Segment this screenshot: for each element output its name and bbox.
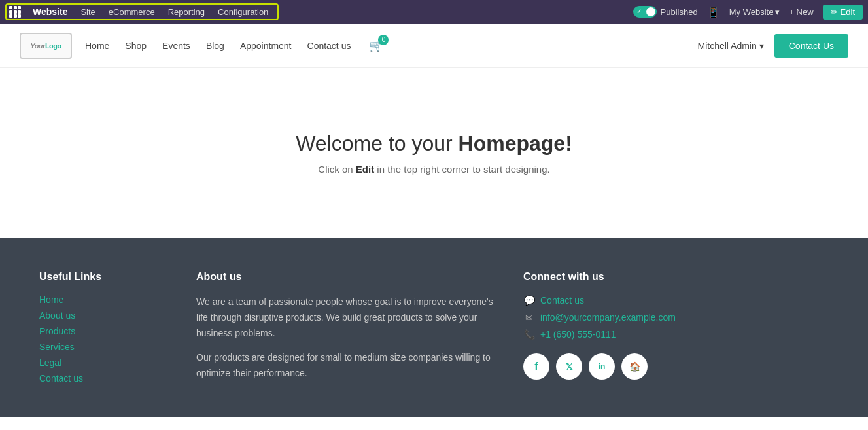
site-navbar: YourLogo Home Shop Events Blog Appointme… — [0, 24, 868, 68]
about-para2: Our products are designed for small to m… — [196, 350, 497, 382]
published-label: Published — [661, 7, 698, 17]
phone-icon: 📞 — [523, 329, 535, 340]
chat-icon: 💬 — [523, 295, 535, 306]
connect-contact-link[interactable]: Contact us — [540, 295, 584, 306]
hero-section: Welcome to your Homepage! Click on Edit … — [0, 68, 868, 238]
new-button[interactable]: + New — [789, 7, 813, 17]
footer: Useful Links Home About us Products Serv… — [0, 238, 868, 417]
footer-link-services[interactable]: Services — [39, 342, 75, 352]
hero-heading: Welcome to your Homepage! — [296, 132, 572, 156]
nav-right: Mitchell Admin ▾ Contact Us — [697, 34, 848, 58]
app-menu-icon[interactable] — [9, 6, 21, 18]
contact-us-button[interactable]: Contact Us — [774, 34, 848, 58]
nav-blog[interactable]: Blog — [206, 41, 224, 51]
list-item: About us — [39, 310, 170, 321]
nav-shop[interactable]: Shop — [125, 41, 147, 51]
admin-bar: Website Site eCommerce Reporting Configu… — [0, 0, 868, 24]
admin-nav-group: Website Site eCommerce Reporting Configu… — [5, 3, 279, 20]
my-website-button[interactable]: My Website ▾ — [729, 7, 780, 17]
social-home-button[interactable]: 🏠 — [621, 353, 648, 380]
edit-button[interactable]: ✏ Edit — [823, 5, 863, 20]
list-item: Legal — [39, 357, 170, 368]
admin-bar-right: ✓ Published 📱 My Website ▾ + New ✏ Edit — [633, 5, 863, 20]
about-heading: About us — [196, 271, 497, 283]
nav-home[interactable]: Home — [85, 41, 109, 51]
footer-link-products[interactable]: Products — [39, 326, 75, 336]
user-name: Mitchell Admin — [697, 41, 756, 51]
admin-nav-website[interactable]: Website — [26, 7, 74, 17]
cart-badge: 0 — [378, 35, 389, 45]
hero-subtext: Click on Edit in the top right corner to… — [318, 164, 549, 175]
connect-contact: 💬 Contact us — [523, 295, 824, 306]
list-item: Products — [39, 326, 170, 336]
connect-email: ✉ info@yourcompany.example.com — [523, 312, 824, 323]
toggle-switch[interactable]: ✓ — [633, 6, 657, 18]
admin-nav-ecommerce[interactable]: eCommerce — [102, 7, 162, 17]
site-logo: YourLogo — [20, 33, 72, 59]
useful-links-heading: Useful Links — [39, 271, 170, 283]
social-linkedin-button[interactable]: in — [589, 353, 615, 380]
footer-grid: Useful Links Home About us Products Serv… — [39, 271, 824, 391]
nav-appointment[interactable]: Appointment — [240, 41, 292, 51]
connect-phone: 📞 +1 (650) 555-0111 — [523, 329, 824, 340]
connect-phone-link[interactable]: +1 (650) 555-0111 — [540, 329, 616, 340]
published-toggle[interactable]: ✓ Published — [633, 6, 698, 18]
about-para1: We are a team of passionate people whose… — [196, 295, 497, 341]
nav-left: YourLogo Home Shop Events Blog Appointme… — [20, 33, 383, 59]
social-icons: f 𝕏 in 🏠 — [523, 353, 824, 380]
list-item: Home — [39, 295, 170, 305]
chevron-down-icon: ▾ — [775, 7, 780, 17]
footer-about: About us We are a team of passionate peo… — [196, 271, 497, 391]
logo-area[interactable]: YourLogo — [20, 33, 72, 59]
list-item: Services — [39, 342, 170, 352]
connect-email-link[interactable]: info@yourcompany.example.com — [540, 312, 676, 323]
admin-nav-configuration[interactable]: Configuration — [211, 7, 275, 17]
nav-events[interactable]: Events — [162, 41, 190, 51]
email-icon: ✉ — [523, 312, 535, 323]
connect-heading: Connect with us — [523, 271, 824, 283]
social-facebook-button[interactable]: f — [523, 353, 549, 380]
footer-links-list: Home About us Products Services Legal Co… — [39, 295, 170, 384]
user-dropdown[interactable]: Mitchell Admin ▾ — [697, 41, 763, 51]
footer-useful-links: Useful Links Home About us Products Serv… — [39, 271, 170, 391]
footer-connect: Connect with us 💬 Contact us ✉ info@your… — [523, 271, 824, 391]
list-item: Contact us — [39, 373, 170, 384]
nav-contact-us[interactable]: Contact us — [307, 41, 351, 51]
mobile-preview-icon[interactable]: 📱 — [707, 6, 720, 18]
admin-nav-site[interactable]: Site — [74, 7, 101, 17]
footer-link-contact[interactable]: Contact us — [39, 373, 83, 384]
chevron-down-icon: ▾ — [759, 41, 764, 51]
social-twitter-button[interactable]: 𝕏 — [556, 353, 582, 380]
footer-link-legal[interactable]: Legal — [39, 357, 61, 368]
admin-nav-reporting[interactable]: Reporting — [162, 7, 211, 17]
pencil-icon: ✏ — [831, 7, 838, 17]
site-nav: Home Shop Events Blog Appointment Contac… — [85, 39, 383, 53]
cart-icon[interactable]: 🛒 0 — [369, 39, 383, 53]
footer-link-home[interactable]: Home — [39, 295, 63, 305]
footer-link-about[interactable]: About us — [39, 310, 75, 321]
